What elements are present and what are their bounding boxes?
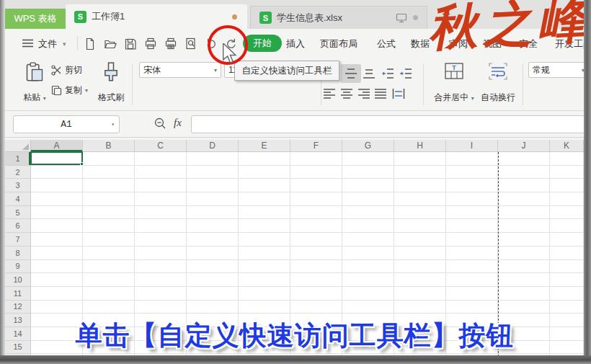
cell-F9[interactable] [290,260,342,274]
cell-E10[interactable] [239,273,290,287]
cell-A9[interactable] [31,260,83,274]
align-center-button[interactable] [340,84,353,103]
wrap-text-button[interactable]: 自动换行 [478,61,518,107]
document-tab-workbook1[interactable]: S 工作簿1 [66,4,247,29]
merge-center-button[interactable]: T 合并居中 ▾ [432,61,476,107]
cell-G11[interactable] [342,287,394,301]
tab-insert[interactable]: 插入 [286,37,305,50]
tab-data[interactable]: 数据 [411,37,430,50]
cell-G5[interactable] [342,206,394,220]
column-header-J[interactable]: J [498,140,550,152]
cell-D8[interactable] [187,247,239,260]
zoom-selection-icon[interactable] [154,117,166,130]
row-header-11[interactable]: 11 [5,287,31,301]
cell-K2[interactable] [550,166,584,179]
cell-I7[interactable] [446,233,498,247]
column-header-A[interactable]: A [31,140,83,152]
cell-I12[interactable] [446,301,498,314]
cell-J11[interactable] [498,287,550,301]
cell-A6[interactable] [31,219,83,233]
row-header-5[interactable]: 5 [5,206,31,220]
cell-I6[interactable] [446,219,498,233]
tab-view[interactable]: 视图 [483,37,502,50]
cell-I9[interactable] [446,260,498,274]
cell-G12[interactable] [342,301,394,314]
cell-I4[interactable] [446,192,498,206]
document-tab-student-info[interactable]: S 学生信息表.xlsx [250,6,427,29]
cell-F6[interactable] [290,219,342,233]
fx-icon[interactable]: fx [174,117,182,129]
column-header-C[interactable]: C [135,140,187,152]
cell-K1[interactable] [550,152,584,166]
cell-K3[interactable] [550,179,584,192]
cell-D12[interactable] [187,301,239,314]
cell-A11[interactable] [31,287,83,301]
cell-B3[interactable] [83,179,135,192]
tab-formulas[interactable]: 公式 [377,37,396,50]
column-header-F[interactable]: F [290,140,342,152]
select-all-corner[interactable] [5,140,31,152]
cell-A12[interactable] [31,301,83,314]
row-header-3[interactable]: 3 [5,179,31,192]
cell-B7[interactable] [83,233,135,247]
cell-A1[interactable] [31,152,83,166]
row-header-9[interactable]: 9 [5,260,31,274]
row-header-4[interactable]: 4 [5,192,31,206]
cell-B12[interactable] [83,301,135,314]
valign-middle-button[interactable] [341,64,361,83]
row-header-2[interactable]: 2 [5,166,31,179]
cell-K12[interactable] [550,301,584,314]
cell-H2[interactable] [394,166,446,179]
cell-I2[interactable] [446,166,498,179]
cell-G1[interactable] [342,152,394,166]
cell-E1[interactable] [239,152,290,166]
cell-E2[interactable] [239,166,290,179]
cell-F10[interactable] [290,273,342,287]
cell-C12[interactable] [135,301,187,314]
align-left-button[interactable] [323,84,336,103]
cell-H8[interactable] [394,247,446,260]
cell-D1[interactable] [187,152,239,166]
increase-indent-button[interactable] [399,64,412,83]
cell-G7[interactable] [342,233,394,247]
column-header-G[interactable]: G [342,140,394,152]
cell-C9[interactable] [135,260,187,274]
cell-F5[interactable] [290,206,342,220]
column-header-I[interactable]: I [446,140,498,152]
cell-G2[interactable] [342,166,394,179]
cell-A3[interactable] [31,179,83,192]
cell-J2[interactable] [498,166,550,179]
cell-J5[interactable] [498,206,550,220]
cell-E5[interactable] [239,206,290,220]
valign-bottom-button[interactable] [363,64,376,83]
column-header-E[interactable]: E [239,140,290,152]
paste-button[interactable]: 粘贴 ▾ [18,61,51,107]
cell-K7[interactable] [550,233,584,247]
cell-D2[interactable] [187,166,239,179]
cell-J10[interactable] [498,273,550,287]
cell-H12[interactable] [394,301,446,314]
cell-I5[interactable] [446,206,498,220]
align-right-button[interactable] [357,84,370,103]
cell-J8[interactable] [498,247,550,260]
cell-B8[interactable] [83,247,135,260]
cell-H1[interactable] [394,152,446,166]
cell-F12[interactable] [290,301,342,314]
format-painter-button[interactable]: 格式刷 [94,61,128,107]
cell-K11[interactable] [550,287,584,301]
cell-C11[interactable] [135,287,187,301]
cell-K5[interactable] [550,206,584,220]
tab-page-layout[interactable]: 页面布局 [320,37,357,50]
cell-K8[interactable] [550,247,584,260]
cell-E11[interactable] [239,287,290,301]
cell-A2[interactable] [31,166,83,179]
cell-C7[interactable] [135,233,187,247]
cell-E6[interactable] [239,219,290,233]
cell-A7[interactable] [31,233,83,247]
wps-app-button[interactable]: WPS 表格 [5,9,66,29]
row-header-12[interactable]: 12 [5,301,31,314]
cell-C6[interactable] [135,219,187,233]
row-header-6[interactable]: 6 [5,219,31,233]
cell-F8[interactable] [290,247,342,260]
cell-B10[interactable] [83,273,135,287]
